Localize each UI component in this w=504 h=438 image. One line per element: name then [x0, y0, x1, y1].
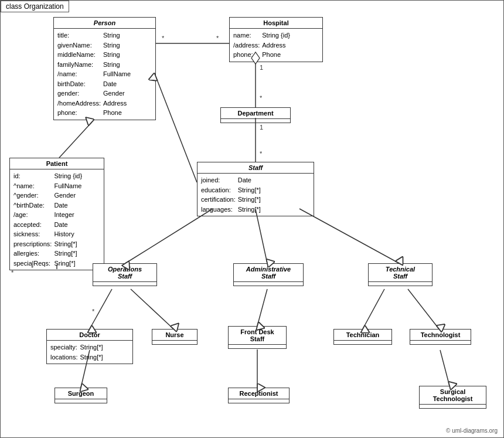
- class-technologist-header: Technologist: [410, 330, 471, 341]
- class-doctor-header: Doctor: [47, 330, 132, 341]
- class-technical-staff-header: TechnicalStaff: [369, 264, 432, 282]
- class-front-desk-staff: Front DeskStaff: [228, 326, 287, 349]
- svg-text:*: *: [260, 94, 263, 101]
- class-front-desk-staff-body: [229, 345, 286, 348]
- svg-line-18: [256, 209, 267, 263]
- svg-text:*: *: [92, 308, 95, 315]
- class-technologist: Technologist: [410, 329, 471, 345]
- class-doctor: Doctor specialty:String[*] locations:Str…: [46, 329, 133, 364]
- class-front-desk-staff-header: Front DeskStaff: [229, 327, 286, 345]
- class-surgeon-header: Surgeon: [55, 388, 107, 399]
- class-technical-staff-body: [369, 282, 432, 286]
- class-person-body: title:String givenName:String middleName…: [54, 29, 155, 120]
- svg-line-27: [440, 350, 449, 386]
- diagram-title: class Organization: [1, 1, 69, 12]
- class-patient-body: id:String {id} ^name:FullName ^gender:Ge…: [10, 169, 104, 270]
- class-patient: Patient id:String {id} ^name:FullName ^g…: [9, 158, 104, 270]
- class-technician-body: [334, 341, 391, 344]
- class-surgeon: Surgeon: [55, 388, 107, 403]
- class-nurse: Nurse: [152, 329, 197, 345]
- class-department-header: Department: [221, 108, 290, 119]
- class-operations-staff: OperationsStaff: [93, 263, 157, 286]
- class-surgeon-body: [55, 399, 107, 403]
- class-staff-header: Staff: [197, 162, 314, 174]
- class-operations-staff-body: [93, 282, 156, 286]
- class-technician: Technician: [333, 329, 392, 345]
- class-person-header: Person: [54, 18, 155, 29]
- svg-line-22: [257, 289, 267, 326]
- class-administrative-staff-header: AdministrativeStaff: [234, 264, 303, 282]
- class-administrative-staff: AdministrativeStaff: [233, 263, 304, 286]
- class-technical-staff: TechnicalStaff: [368, 263, 433, 286]
- class-department: Department: [220, 107, 291, 123]
- class-nurse-body: [152, 341, 197, 344]
- svg-text:*: *: [162, 35, 165, 42]
- class-hospital-header: Hospital: [230, 18, 322, 29]
- class-hospital: Hospital name:String {id} /address:Addre…: [229, 17, 323, 62]
- svg-line-17: [125, 209, 213, 263]
- svg-line-13: [156, 77, 197, 182]
- class-surgical-technologist-body: [420, 405, 486, 408]
- class-receptionist-header: Receptionist: [229, 388, 289, 399]
- svg-line-12: [59, 123, 91, 158]
- svg-line-19: [299, 209, 399, 263]
- svg-text:1: 1: [260, 64, 263, 71]
- class-operations-staff-header: OperationsStaff: [93, 264, 156, 282]
- svg-line-23: [363, 289, 384, 329]
- class-doctor-body: specialty:String[*] locations:String[*]: [47, 341, 132, 364]
- class-patient-header: Patient: [10, 158, 104, 169]
- diagram-container: class Organization Person title:String g…: [0, 0, 504, 438]
- class-department-body: [221, 119, 290, 123]
- class-nurse-header: Nurse: [152, 330, 197, 341]
- class-receptionist: Receptionist: [228, 388, 290, 403]
- class-technician-header: Technician: [334, 330, 391, 341]
- class-hospital-body: name:String {id} /address:Address phone:…: [230, 29, 322, 62]
- class-administrative-staff-body: [234, 282, 303, 286]
- class-staff: Staff joined:Date education:String[*] ce…: [197, 162, 314, 216]
- svg-line-20: [90, 289, 112, 329]
- svg-text:1: 1: [260, 124, 263, 131]
- footer-copyright: © uml-diagrams.org: [446, 427, 498, 434]
- class-receptionist-body: [229, 399, 289, 403]
- svg-text:*: *: [260, 150, 263, 157]
- svg-line-24: [408, 289, 439, 329]
- class-surgical-technologist-header: SurgicalTechnologist: [420, 386, 486, 405]
- class-surgical-technologist: SurgicalTechnologist: [419, 386, 486, 409]
- class-technologist-body: [410, 341, 471, 344]
- svg-text:*: *: [216, 35, 219, 42]
- class-staff-body: joined:Date education:String[*] certific…: [197, 174, 314, 216]
- svg-line-21: [131, 289, 173, 329]
- class-person: Person title:String givenName:String mid…: [53, 17, 156, 120]
